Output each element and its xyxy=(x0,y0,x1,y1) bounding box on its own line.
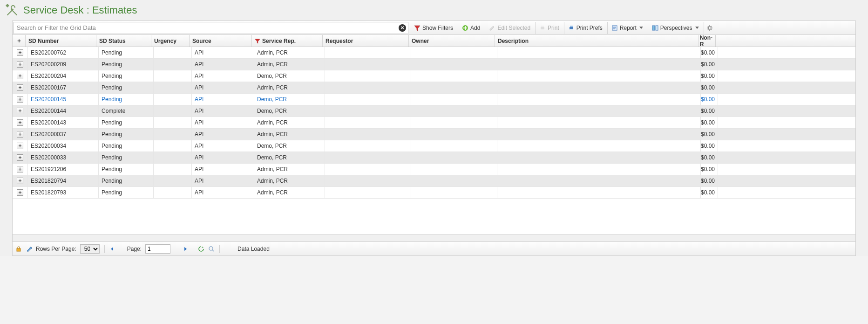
report-button[interactable]: Report xyxy=(607,22,647,34)
prev-page-button[interactable] xyxy=(109,246,115,252)
expand-row-button[interactable]: + xyxy=(17,143,23,149)
table-row[interactable]: +ES202000145PendingAPIDemo, PCR$0.00 xyxy=(13,94,855,105)
expand-row-button[interactable]: + xyxy=(17,84,23,91)
table-row[interactable]: +ES202000209PendingAPIAdmin, PCR$0.00 xyxy=(13,59,855,70)
svg-rect-2 xyxy=(541,26,544,27)
table-row[interactable]: +ES202000037PendingAPIAdmin, PCR$0.00 xyxy=(13,129,855,140)
column-header-source[interactable]: Source xyxy=(190,35,252,47)
cell-description xyxy=(497,94,701,105)
expand-row-button[interactable]: + xyxy=(17,131,23,138)
search-field-wrap xyxy=(14,22,408,34)
cell-source: API xyxy=(192,140,254,152)
page-input[interactable] xyxy=(145,244,170,254)
column-header-non-r[interactable]: Non-R xyxy=(698,35,716,47)
cell-description xyxy=(497,70,701,82)
cell-sd-number: ES202000144 xyxy=(28,105,99,117)
expand-row-button[interactable]: + xyxy=(17,49,23,56)
rows-per-page-select[interactable]: 50 xyxy=(80,244,100,254)
cell-description xyxy=(497,59,701,70)
expand-row-button[interactable]: + xyxy=(17,96,23,103)
cell-requestor xyxy=(325,187,411,198)
table-row[interactable]: +ES202000204PendingAPIDemo, PCR$0.00 xyxy=(13,70,855,82)
column-header-sd-status[interactable]: SD Status xyxy=(96,35,151,47)
show-filters-button[interactable]: Show Filters xyxy=(410,22,457,34)
cell-non-r: $0.00 xyxy=(701,152,718,163)
print-prefs-button[interactable]: Print Prefs xyxy=(564,22,606,34)
column-header-service-rep[interactable]: Service Rep. xyxy=(252,35,323,47)
expand-row-button[interactable]: + xyxy=(17,189,23,196)
svg-rect-5 xyxy=(570,26,573,27)
edit-selected-button[interactable]: Edit Selected xyxy=(485,22,534,34)
cell-owner xyxy=(411,105,497,117)
cell-description xyxy=(497,82,701,93)
separator xyxy=(219,245,220,253)
cell-sd-number: ES201921206 xyxy=(28,164,99,175)
cell-sd-number: ES201820793 xyxy=(28,187,99,198)
add-button[interactable]: Add xyxy=(458,22,484,34)
expand-cell: + xyxy=(13,94,28,105)
cell-source: API xyxy=(192,70,254,82)
table-row[interactable]: +ES202000144CompleteAPIDemo, PCR$0.00 xyxy=(13,105,855,117)
horizontal-scrollbar[interactable] xyxy=(13,234,855,241)
toolbar-label: Edit Selected xyxy=(497,25,530,31)
expand-row-button[interactable]: + xyxy=(17,73,23,79)
grid-header: ＋ SD Number SD Status Urgency Source Ser… xyxy=(13,35,855,47)
perspectives-button[interactable]: Perspectives xyxy=(648,22,703,34)
column-header-owner[interactable]: Owner xyxy=(409,35,495,47)
column-header-expand[interactable]: ＋ xyxy=(13,35,26,47)
column-header-urgency[interactable]: Urgency xyxy=(151,35,190,47)
clear-search-icon[interactable] xyxy=(399,24,406,32)
table-row[interactable]: +ES202000143PendingAPIAdmin, PCR$0.00 xyxy=(13,117,855,129)
next-page-button[interactable] xyxy=(183,246,188,252)
table-row[interactable]: +ES201921206PendingAPIAdmin, PCR$0.00 xyxy=(13,164,855,175)
grid-empty-space xyxy=(13,199,855,234)
wrench-icon[interactable] xyxy=(26,246,32,252)
column-header-requestor[interactable]: Requestor xyxy=(323,35,409,47)
svg-point-10 xyxy=(708,27,711,29)
table-row[interactable]: +ES202000167PendingAPIAdmin, PCR$0.00 xyxy=(13,82,855,94)
expand-row-button[interactable]: + xyxy=(17,154,23,161)
page-label: Page: xyxy=(127,246,142,252)
table-row[interactable]: +ES202000762PendingAPIAdmin, PCR$0.00 xyxy=(13,47,855,59)
expand-row-button[interactable]: + xyxy=(17,119,23,126)
lock-icon[interactable] xyxy=(15,246,22,252)
expand-cell: + xyxy=(13,117,28,128)
expand-row-button[interactable]: + xyxy=(17,108,23,114)
cell-source: API xyxy=(192,117,254,128)
cell-urgency xyxy=(154,187,192,198)
cell-source: API xyxy=(192,152,254,163)
expand-row-button[interactable]: + xyxy=(17,166,23,172)
cell-sd-number: ES202000167 xyxy=(28,82,99,93)
zoom-button[interactable] xyxy=(208,246,215,252)
funnel-icon xyxy=(414,25,420,31)
cell-owner xyxy=(411,129,497,140)
grid-body: +ES202000762PendingAPIAdmin, PCR$0.00+ES… xyxy=(13,47,855,199)
table-row[interactable]: +ES202000034PendingAPIDemo, PCR$0.00 xyxy=(13,140,855,152)
grid-panel: Show Filters Add Edit Selected Print xyxy=(12,21,856,256)
cell-sd-number: ES202000762 xyxy=(28,47,99,58)
refresh-button[interactable] xyxy=(198,246,204,252)
table-row[interactable]: +ES201820793PendingAPIAdmin, PCR$0.00 xyxy=(13,187,855,199)
search-input[interactable] xyxy=(14,22,408,34)
print-button[interactable]: Print xyxy=(535,22,563,34)
column-header-description[interactable]: Description xyxy=(495,35,698,47)
column-header-sd-number[interactable]: SD Number xyxy=(26,35,96,47)
cell-service-rep: Admin, PCR xyxy=(254,47,325,58)
cell-source: API xyxy=(192,47,254,58)
table-row[interactable]: +ES202000033PendingAPIDemo, PCR$0.00 xyxy=(13,152,855,164)
cell-sd-number: ES202000034 xyxy=(28,140,99,152)
cell-urgency xyxy=(154,82,192,93)
printer-prefs-icon xyxy=(568,25,575,31)
expand-row-button[interactable]: + xyxy=(17,61,23,68)
toolbar-label: Add xyxy=(470,25,480,31)
expand-row-button[interactable]: + xyxy=(17,178,23,184)
table-row[interactable]: +ES201820794PendingAPIAdmin, PCR$0.00 xyxy=(13,175,855,187)
title-bar: Service Desk : Estimates xyxy=(0,0,868,21)
funnel-icon xyxy=(255,38,260,44)
expand-cell: + xyxy=(13,164,28,175)
cell-urgency xyxy=(154,129,192,140)
cell-owner xyxy=(411,70,497,82)
settings-button[interactable] xyxy=(704,22,716,34)
cell-sd-status: Pending xyxy=(99,117,154,128)
cell-sd-number: ES202000209 xyxy=(28,59,99,70)
